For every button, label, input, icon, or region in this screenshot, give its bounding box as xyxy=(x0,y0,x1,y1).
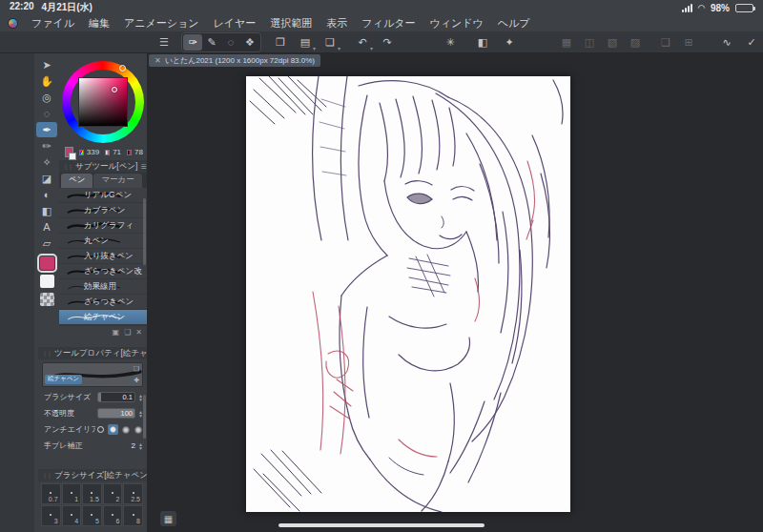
pen-mode-icon[interactable]: ✎ xyxy=(202,34,221,51)
save-icon[interactable]: ❏ xyxy=(320,34,340,51)
pen-subtool-row[interactable]: カリグラフィ xyxy=(59,218,147,234)
select-move-icon[interactable]: ◫ xyxy=(580,34,599,51)
brush-size-cell[interactable]: 8 xyxy=(123,505,143,526)
blend-drop-icon[interactable]: ✦ xyxy=(500,34,519,51)
selection-tool[interactable]: ◌ xyxy=(36,106,57,121)
select-mode-icon[interactable]: ◌ xyxy=(221,34,240,51)
menu-item[interactable]: アニメーション xyxy=(124,16,199,31)
brush-size-cell[interactable]: 5 xyxy=(82,505,102,526)
brush-size-cell[interactable]: 1 xyxy=(62,483,82,504)
folder-icon[interactable]: ▤ xyxy=(296,34,315,51)
select-clear-icon[interactable]: ▨ xyxy=(626,34,645,51)
register-brush-icon[interactable]: ❏ xyxy=(134,365,139,373)
antialias-none-option[interactable] xyxy=(95,424,106,435)
secondary-color-swatch[interactable] xyxy=(40,275,54,288)
eraser-tool[interactable]: ◪ xyxy=(36,171,57,186)
main-menu-icon[interactable]: ☰ xyxy=(155,34,174,51)
pen-subtool-row[interactable]: リアルGペン xyxy=(59,188,147,203)
operate-tool[interactable]: ➤ xyxy=(36,57,57,72)
home-indicator[interactable] xyxy=(278,523,485,527)
brush-size-header[interactable]: ⋮⋮ ブラシサイズ[絵チャペン] xyxy=(38,469,147,481)
sv-marker[interactable] xyxy=(112,87,117,92)
menu-item[interactable]: 表示 xyxy=(326,16,347,31)
pencil-tool[interactable]: ✏ xyxy=(36,138,57,153)
panel-menu-icon[interactable]: ☰ xyxy=(140,163,146,171)
select-rect-icon[interactable]: ▦ xyxy=(557,34,576,51)
canvas[interactable] xyxy=(246,76,570,512)
menu-item[interactable]: 編集 xyxy=(89,16,110,31)
subtool-panel-header[interactable]: ⋮⋮ サブツール[ペン] ☰ xyxy=(59,160,147,173)
stepper-icon[interactable]: ▲▼ xyxy=(138,442,143,450)
pen-subtool-row[interactable]: 入り抜きペン xyxy=(59,249,147,264)
snap-check-icon[interactable]: ✓ xyxy=(742,34,761,51)
current-color-chip[interactable] xyxy=(65,147,73,157)
brush-size-cell[interactable]: 4 xyxy=(62,505,82,526)
property-slider[interactable]: 0.1 xyxy=(97,392,135,402)
menu-item[interactable]: フィルター xyxy=(361,16,415,31)
menu-item[interactable]: 選択範囲 xyxy=(270,16,312,31)
property-scrollbar[interactable] xyxy=(143,395,146,439)
timelapse-icon[interactable]: ✳ xyxy=(441,34,460,51)
tool-property-header[interactable]: ⋮⋮ ツールプロパティ[絵チャ xyxy=(38,347,147,359)
pen-subtool-row[interactable]: カブラペン xyxy=(59,203,147,218)
palette-dock-toggle-button[interactable]: ▦ xyxy=(160,511,176,526)
line-correct-icon[interactable]: ∿ xyxy=(717,34,736,51)
undo-icon[interactable]: ↶ xyxy=(353,34,372,51)
export-icon[interactable]: ❐ xyxy=(271,34,290,51)
airbrush-tool[interactable]: ✧ xyxy=(36,154,57,170)
saturation-value-square[interactable] xyxy=(78,77,128,127)
redo-icon[interactable]: ↷ xyxy=(378,34,397,51)
drag-handle-icon[interactable]: ⋮⋮ xyxy=(42,350,52,357)
menu-item[interactable]: ファイル xyxy=(31,16,74,31)
pen-tool[interactable]: ✒ xyxy=(36,122,57,137)
primary-color-swatch[interactable] xyxy=(40,256,54,270)
deco-mode-icon[interactable]: ❖ xyxy=(240,34,259,51)
brush-size-cell[interactable]: 6 xyxy=(103,505,123,526)
delete-subtool-icon[interactable]: ✕ xyxy=(135,328,142,337)
transparent-color-swatch[interactable] xyxy=(40,293,54,306)
pen-subtool-row[interactable]: ざらつきペン改 xyxy=(59,264,147,279)
clock: 22:20 xyxy=(10,1,34,14)
brush-preview[interactable]: 絵チャペン ❏ ✚ xyxy=(42,362,143,387)
brush-mode-icon[interactable]: ✑ xyxy=(183,34,202,51)
antialias-strong-option[interactable] xyxy=(133,424,143,435)
drag-handle-icon[interactable]: ⋮⋮ xyxy=(63,163,72,170)
brush-size-cell[interactable]: 0.7 xyxy=(41,483,61,504)
close-tab-icon[interactable]: ✕ xyxy=(155,56,161,65)
color-wheel[interactable] xyxy=(59,53,147,145)
add-brush-icon[interactable]: ✚ xyxy=(134,377,139,384)
move-tool[interactable]: ✋ xyxy=(36,73,57,89)
select-invert-icon[interactable]: ▧ xyxy=(603,34,622,51)
brush-size-cell[interactable]: 1.5 xyxy=(82,483,102,504)
fill-icon[interactable]: ◧ xyxy=(473,34,492,51)
pen-subtool-row[interactable]: 効果線用 xyxy=(59,279,147,295)
new-subtool-icon[interactable]: ▣ xyxy=(113,328,120,337)
duplicate-subtool-icon[interactable]: ❏ xyxy=(124,328,131,337)
menu-item[interactable]: ヘルプ xyxy=(498,16,530,31)
subtool-tab[interactable]: ペン xyxy=(61,174,93,188)
zoom-tool[interactable]: ◎ xyxy=(36,90,57,105)
drag-handle-icon[interactable]: ⋮⋮ xyxy=(42,472,52,479)
antialias-weak-option[interactable] xyxy=(108,424,118,435)
document-tab[interactable]: ✕ いとたん2021 (1200 x 1600px 72dpi 83.0%) xyxy=(149,54,320,67)
blend-tool[interactable]: ◐ xyxy=(36,187,57,202)
pen-subtool-row[interactable]: 丸ペン xyxy=(59,234,147,249)
property-slider[interactable]: 100 xyxy=(97,408,135,419)
brush-size-cell[interactable]: 2.5 xyxy=(123,483,143,504)
subtool-scrollbar[interactable] xyxy=(143,198,146,265)
mesh-icon[interactable]: ⊞ xyxy=(679,34,698,51)
figure-tool[interactable]: ▱ xyxy=(36,235,57,251)
brush-size-cell[interactable]: 3 xyxy=(41,505,61,526)
subtool-tab[interactable]: マーカー xyxy=(93,174,141,188)
menu-item[interactable]: ウィンドウ xyxy=(429,16,483,31)
app-logo-icon[interactable] xyxy=(8,18,18,29)
antialias-middle-option[interactable] xyxy=(120,424,131,435)
transform-icon[interactable]: ❑ xyxy=(656,34,675,51)
menu-item[interactable]: レイヤー xyxy=(214,16,257,31)
hue-marker[interactable] xyxy=(119,65,126,72)
pen-subtool-row[interactable]: 絵チャペン xyxy=(59,310,147,325)
brush-size-cell[interactable]: 2 xyxy=(103,483,123,504)
pen-subtool-row[interactable]: ざらつきペン xyxy=(59,295,147,310)
text-tool[interactable]: A xyxy=(36,219,57,235)
fill-tool[interactable]: ◧ xyxy=(36,203,57,218)
